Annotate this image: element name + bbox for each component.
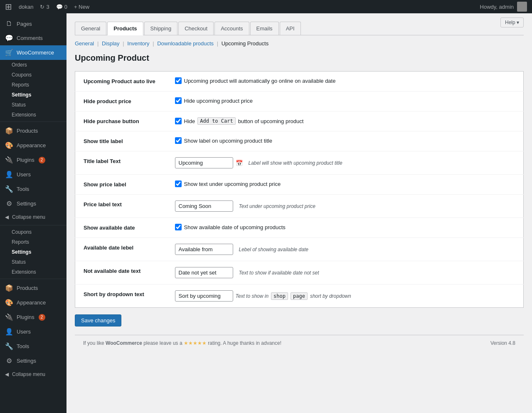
tab-shipping[interactable]: Shipping [144, 22, 178, 35]
auto-live-description: Upcoming product will automatically go o… [184, 78, 336, 84]
breadcrumb-display[interactable]: Display [102, 40, 120, 47]
price-label-text-input[interactable] [175, 200, 233, 212]
label-show-price: Show price label [75, 175, 167, 195]
breadcrumb-inventory[interactable]: Inventory [127, 40, 149, 47]
sort-before-code: Text to show in [236, 293, 269, 299]
sort-after-code: short by dropdown [310, 293, 351, 299]
sidebar-item-users[interactable]: 👤 Users [0, 167, 66, 182]
plugins2-icon: 🔌 [5, 313, 13, 321]
updates-count: 3 [46, 4, 49, 10]
tab-api[interactable]: API [280, 22, 301, 35]
sidebar-item-comments[interactable]: 💬 Comments [0, 31, 66, 45]
tab-products[interactable]: Products [107, 22, 143, 35]
row-available-date-label: Available date lebel Lebel of showing av… [75, 238, 524, 261]
sidebar-item-orders[interactable]: Orders [0, 60, 66, 70]
extensions-label: Extensions [12, 112, 36, 118]
sidebar-item-appearance[interactable]: 🎨 Appearance [0, 138, 66, 153]
tab-checkout[interactable]: Checkout [178, 22, 214, 35]
page-code: page [291, 292, 308, 300]
sidebar-item-users2[interactable]: 👤 Users [0, 324, 66, 339]
collapse-menu-button2[interactable]: ◀ Collapse menu [0, 368, 66, 381]
add-to-cart-code: Add to Cart [197, 117, 235, 125]
tab-emails[interactable]: Emails [250, 22, 279, 35]
plugins2-label: Plugins [17, 314, 34, 320]
sidebar-item-products[interactable]: 📦 Products [0, 124, 66, 138]
label-title-text: Title label Text [75, 151, 167, 175]
sidebar-item-appearance2[interactable]: 🎨 Appearance [0, 295, 66, 310]
form-actions: Save changes [75, 314, 524, 326]
orders-label: Orders [12, 62, 27, 68]
hide-purchase-after: button of upcoming product [238, 118, 304, 124]
users2-icon: 👤 [5, 328, 13, 336]
comments-label: Comments [17, 35, 43, 41]
site-name[interactable]: dokan [19, 4, 33, 10]
tab-general[interactable]: General [75, 22, 106, 35]
settings-form: Upcoming Product auto live Upcoming prod… [75, 71, 524, 308]
tab-accounts[interactable]: Accounts [214, 22, 249, 35]
admin-bar: ⊞ dokan ↻ 3 💬 0 + New Howdy, admin [0, 0, 532, 13]
sidebar-item-settings[interactable]: Settings [0, 90, 66, 100]
not-available-date-input[interactable] [175, 267, 233, 278]
sidebar-item-plugins2[interactable]: 🔌 Plugins 2 [0, 310, 66, 324]
label-hide-purchase: Hide purchase button [75, 111, 167, 131]
breadcrumb-current: Upcoming Products [222, 40, 268, 47]
title-label-text-input[interactable] [175, 157, 233, 168]
footer-text-after: please leave us a [142, 340, 184, 346]
available-date-label-row: Lebel of showing available date [175, 244, 515, 255]
footer-brand: WooCommerce [106, 340, 142, 346]
sidebar-item-status2[interactable]: Status [0, 257, 66, 267]
show-available-date-description: Show available date of upcoming products [184, 224, 286, 230]
sidebar-item-settings3[interactable]: Settings [0, 247, 66, 257]
footer-rating-link[interactable]: ★★★★★ [184, 340, 207, 346]
new-content-item[interactable]: + New [74, 4, 89, 10]
available-date-label-input[interactable] [175, 244, 233, 255]
hide-price-description: Hide upcoming product price [184, 98, 253, 104]
settings-icon: ⚙ [5, 200, 13, 208]
breadcrumb-general[interactable]: General [75, 40, 94, 47]
row-show-price-label: Show price label Show text under upcomin… [75, 175, 524, 195]
pages-icon: 🗋 [5, 20, 13, 27]
hide-price-checkbox[interactable] [175, 97, 182, 104]
sidebar-item-pages[interactable]: 🗋 Pages [0, 17, 66, 31]
appearance-label: Appearance [17, 142, 46, 148]
appearance2-label: Appearance [17, 299, 46, 306]
label-available-date-label: Available date lebel [75, 238, 167, 261]
auto-live-checkbox[interactable] [175, 77, 182, 84]
sidebar-item-settings2[interactable]: ⚙ Settings [0, 196, 66, 211]
collapse2-icon: ◀ [5, 371, 9, 377]
sidebar-item-settings4[interactable]: ⚙ Settings [0, 354, 66, 368]
hide-purchase-checkbox[interactable] [175, 118, 182, 124]
sidebar-item-woocommerce[interactable]: 🛒 WooCommerce [0, 45, 66, 60]
stars-icon: ★★★★★ [184, 340, 207, 346]
sidebar-item-tools2[interactable]: 🔧 Tools [0, 339, 66, 354]
users-icon: 👤 [5, 171, 13, 178]
sidebar-item-status[interactable]: Status [0, 100, 66, 110]
row-title-label-text: Title label Text 📅 Label will show with … [75, 151, 524, 175]
sort-dropdown-input[interactable] [175, 290, 233, 302]
sidebar-item-extensions[interactable]: Extensions [0, 110, 66, 120]
comments-item[interactable]: 💬 0 [56, 4, 67, 10]
woocommerce-icon: 🛒 [5, 49, 13, 57]
updates-item[interactable]: ↻ 3 [40, 4, 49, 10]
collapse-label: Collapse menu [12, 214, 45, 220]
show-price-label-checkbox[interactable] [175, 181, 182, 187]
sidebar-item-plugins[interactable]: 🔌 Plugins 2 [0, 153, 66, 167]
show-available-date-checkbox[interactable] [175, 224, 182, 230]
show-title-checkbox[interactable] [175, 137, 182, 144]
sidebar-item-coupons2[interactable]: Coupons [0, 227, 66, 237]
save-changes-button[interactable]: Save changes [75, 314, 121, 326]
collapse-menu-button[interactable]: ◀ Collapse menu [0, 211, 66, 223]
sidebar-item-products2[interactable]: 📦 Products [0, 281, 66, 295]
avatar [517, 2, 527, 12]
sidebar-item-extensions2[interactable]: Extensions [0, 267, 66, 277]
field-show-title: Show label on upcoming product title [167, 131, 524, 151]
sidebar-item-coupons[interactable]: Coupons [0, 70, 66, 80]
appearance-icon: 🎨 [5, 141, 13, 149]
reports-label: Reports [12, 82, 29, 88]
help-button[interactable]: Help ▾ [500, 17, 524, 27]
sidebar-item-reports[interactable]: Reports [0, 80, 66, 90]
sidebar-item-tools[interactable]: 🔧 Tools [0, 182, 66, 196]
label-hide-price: Hide product price [75, 92, 167, 111]
breadcrumb-downloadable[interactable]: Downloadable products [157, 40, 214, 47]
sidebar-item-reports2[interactable]: Reports [0, 237, 66, 247]
